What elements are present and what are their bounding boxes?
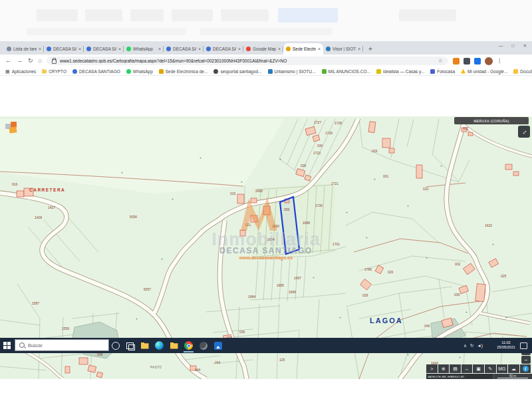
bookmark-4[interactable]: Sede Electrónica de...	[159, 69, 208, 74]
tab-5[interactable]: DECASA SANTIAGO×	[203, 43, 243, 55]
tab-6[interactable]: Google Maps×	[243, 43, 283, 55]
tab-close-icon[interactable]: ×	[39, 47, 41, 51]
zoom-out-button[interactable]: −	[521, 356, 531, 364]
tab-close-icon[interactable]: ×	[198, 47, 201, 51]
chrome-taskbar-icon[interactable]	[184, 338, 194, 352]
parcel-number: 1559	[62, 327, 69, 331]
fullscreen-button[interactable]: ↔	[518, 126, 530, 138]
print-tool-button[interactable]: ▣	[473, 364, 484, 373]
layers-tool-button[interactable]: ▤	[450, 364, 461, 373]
bookmark-3[interactable]: WhatsApp	[126, 69, 153, 74]
new-tab-button[interactable]: +	[366, 44, 375, 53]
info-tool-button[interactable]: i	[520, 364, 531, 373]
tab-close-icon[interactable]: ×	[318, 47, 321, 51]
back-button[interactable]: ←	[5, 58, 11, 64]
apps-grid-icon: ▦	[5, 69, 10, 74]
background-window-shape	[399, 9, 456, 21]
tab-2[interactable]: DECASA SANTIAGO×	[84, 43, 124, 55]
tab-7[interactable]: Sede Electrónica del ...×	[283, 43, 323, 55]
mg-tool-icon: MG	[498, 366, 505, 371]
profile-avatar[interactable]	[485, 57, 493, 65]
extensions-area: ⋮	[453, 57, 502, 65]
tab-4[interactable]: DECASA SANTIAGO×	[164, 43, 203, 55]
photos-taskbar-icon[interactable]	[213, 338, 223, 352]
bookmark-label: Aplicaciones	[12, 69, 37, 74]
parcel-number: 1697	[294, 276, 301, 280]
tick-mark: +	[136, 317, 138, 321]
bookmark-9[interactable]: Fotocasa	[430, 69, 455, 74]
tick-mark: +	[172, 197, 174, 201]
browser-menu-icon[interactable]: ⋮	[497, 58, 502, 64]
parcel-number: 1723	[313, 151, 321, 155]
bookmark-2[interactable]: DECASA SANTIAGO	[72, 69, 120, 74]
bookmark-0[interactable]: ▦Aplicaciones	[5, 69, 36, 74]
tick-mark: +	[200, 156, 201, 160]
update-icon[interactable]: ↻	[470, 343, 473, 348]
app-dark-icon	[200, 342, 207, 350]
bookmark-8[interactable]: idealista — Casas y...	[376, 69, 424, 74]
tab-close-icon[interactable]: ×	[238, 47, 241, 51]
forward-button[interactable]: →	[17, 58, 23, 64]
home-button[interactable]: ⌂	[39, 58, 42, 64]
background-window-shape	[130, 9, 164, 21]
volume-icon[interactable]: ◄)	[477, 343, 483, 348]
app-dark-taskbar-icon[interactable]	[198, 338, 208, 352]
edge-taskbar-icon[interactable]	[154, 338, 164, 352]
bookmark-7[interactable]: MIL ANUNCIOS.CO...	[322, 69, 370, 74]
bookmark-5[interactable]: seoportal.santiagod...	[213, 69, 261, 74]
file-explorer-taskbar-icon[interactable]	[140, 338, 150, 352]
taskbar-clock[interactable]: 11:02 25/05/2021	[495, 340, 517, 350]
info-tool-icon: i	[523, 366, 529, 372]
close-button[interactable]: ✕	[523, 43, 527, 49]
bookmark-1[interactable]: CRYPTO	[42, 69, 66, 74]
taskbar-search[interactable]: Buscar	[15, 339, 109, 351]
tick-mark: +	[121, 170, 123, 174]
bookmark-label: Sede Electrónica de...	[166, 69, 208, 74]
collapse-toolbar-button[interactable]: >	[426, 364, 438, 373]
tab-favicon	[7, 47, 11, 51]
bookmark-favicon	[42, 69, 47, 74]
parcel-number: 1728	[334, 121, 342, 125]
tab-0[interactable]: Lista de tareas×	[4, 43, 44, 55]
mg-tool-button[interactable]: MG	[497, 364, 508, 373]
parcel-number: 015	[230, 192, 236, 196]
address-bar[interactable]: www1.sedecatastro.gob.es/Cartografia/map…	[47, 57, 448, 65]
tab-3[interactable]: WhatsApp×	[124, 43, 164, 55]
bookmark-11[interactable]: DocuSign	[513, 69, 532, 74]
maximize-button[interactable]: □	[512, 43, 515, 49]
address-toolbar: ←→↻⌂ www1.sedecatastro.gob.es/Cartografi…	[0, 55, 532, 67]
zoom-tool-button[interactable]: ⊕	[438, 364, 450, 373]
bookmark-10[interactable]: Mi unidad - Google...	[461, 69, 507, 74]
parcel-number: 005	[301, 164, 307, 168]
reload-button[interactable]: ↻	[28, 58, 33, 64]
parcel-number: 049	[424, 324, 430, 328]
cloud-tool-button[interactable]: ☁	[508, 364, 519, 373]
tab-1[interactable]: DECASA SANTIAGO×	[44, 43, 84, 55]
tab-close-icon[interactable]: ×	[118, 47, 121, 51]
bookmark-star-icon[interactable]: ☆	[438, 58, 443, 64]
parcel-number: 125	[279, 358, 285, 362]
tab-close-icon[interactable]: ×	[78, 47, 81, 51]
tick-mark: +	[466, 310, 467, 314]
bookmark-6[interactable]: Urbanismo | SIOTU...	[268, 69, 316, 74]
parcel-number: 029	[362, 293, 368, 297]
url-text: www1.sedecatastro.gob.es/Cartografia/map…	[60, 59, 435, 63]
tab-close-icon[interactable]: ×	[158, 47, 161, 51]
tab-8[interactable]: Visor | SIOTUGA×	[323, 43, 363, 55]
minimize-button[interactable]: —	[499, 43, 503, 49]
extension-dark-icon[interactable]	[464, 58, 470, 65]
tab-close-icon[interactable]: ×	[358, 47, 360, 51]
measure-tool-button[interactable]: ↔	[462, 364, 473, 373]
metamask-icon[interactable]	[453, 58, 460, 65]
action-center-icon[interactable]	[520, 342, 527, 349]
extension-blue-icon[interactable]	[474, 58, 481, 65]
tick-mark: +	[407, 203, 409, 207]
folder-taskbar-icon[interactable]	[169, 338, 179, 352]
hidden-icons-icon[interactable]: ∧	[464, 343, 467, 348]
bookmark-favicon	[213, 69, 218, 74]
tab-close-icon[interactable]: ×	[278, 47, 281, 51]
start-button[interactable]	[0, 338, 14, 353]
draw-tool-button[interactable]: ✎	[485, 364, 496, 373]
cortana-taskbar-icon[interactable]	[110, 338, 120, 352]
task-view-taskbar-icon[interactable]	[125, 338, 135, 352]
